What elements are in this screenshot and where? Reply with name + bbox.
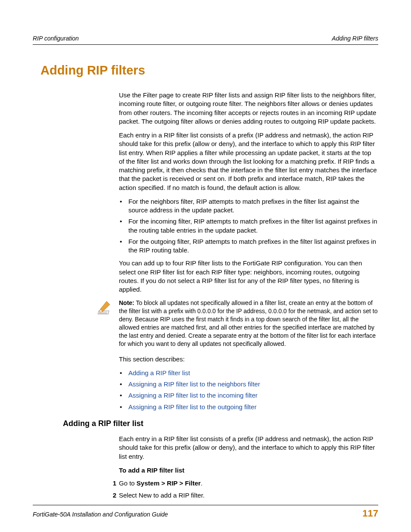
note-pencil-icon [95, 299, 114, 320]
paragraph-filter-limit: You can add up to four RIP filter lists … [119, 259, 378, 294]
section-links-list: Adding a RIP filter list Assigning a RIP… [119, 369, 378, 411]
header-right: Adding RIP filters [332, 34, 378, 43]
link-incoming-filter[interactable]: Assigning a RIP filter list to the incom… [128, 392, 258, 399]
step-text: Go to [119, 479, 137, 487]
procedure-title: To add a RIP filter list [119, 466, 378, 475]
page-number: 117 [362, 507, 378, 520]
step-row: 1 Go to System > RIP > Filter. [119, 479, 378, 488]
list-item: Assigning a RIP filter list to the incom… [128, 391, 378, 400]
footer-doc-title: FortiGate-50A Installation and Configura… [33, 510, 168, 519]
section-describes: This section describes: [119, 355, 378, 364]
note-body: To block all updates not specifically al… [119, 299, 378, 347]
link-neighbors-filter[interactable]: Assigning a RIP filter list to the neigh… [128, 380, 260, 388]
subheading-adding-filter-list: Adding a RIP filter list [63, 418, 378, 429]
link-adding-filter-list[interactable]: Adding a RIP filter list [128, 369, 190, 376]
filter-types-list: For the neighbors filter, RIP attempts t… [119, 197, 378, 255]
page-title: Adding RIP filters [40, 62, 378, 79]
page-footer: FortiGate-50A Installation and Configura… [33, 505, 378, 520]
link-outgoing-filter[interactable]: Assigning a RIP filter list to the outgo… [128, 403, 256, 411]
step-body: Select New to add a RIP filter. [119, 491, 378, 500]
list-item: For the incoming filter, RIP attempts to… [128, 217, 378, 235]
step-row: 2 Select New to add a RIP filter. [119, 491, 378, 500]
note-text: Note: To block all updates not specifica… [119, 299, 378, 348]
running-header: RIP configuration Adding RIP filters [33, 34, 378, 45]
list-item: Assigning a RIP filter list to the neigh… [128, 380, 378, 389]
intro-paragraph-2: Each entry in a RIP filter list consists… [119, 131, 378, 192]
list-item: For the neighbors filter, RIP attempts t… [128, 197, 378, 215]
note-label: Note: [119, 299, 134, 306]
list-item: Adding a RIP filter list [128, 369, 378, 377]
list-item: Assigning a RIP filter list to the outgo… [128, 403, 378, 411]
note-block: Note: To block all updates not specifica… [119, 299, 378, 348]
step-number: 2 [104, 491, 116, 500]
list-item: For the outgoing filter, RIP attempts to… [128, 237, 378, 255]
intro-paragraph-1: Use the Filter page to create RIP filter… [119, 91, 378, 126]
step-text: . [201, 479, 202, 487]
step-number: 1 [104, 479, 116, 488]
header-left: RIP configuration [33, 34, 79, 43]
nav-path: System > RIP > Filter [137, 479, 201, 487]
step-body: Go to System > RIP > Filter. [119, 479, 378, 488]
subsection-intro: Each entry in a RIP filter list consists… [119, 435, 378, 461]
